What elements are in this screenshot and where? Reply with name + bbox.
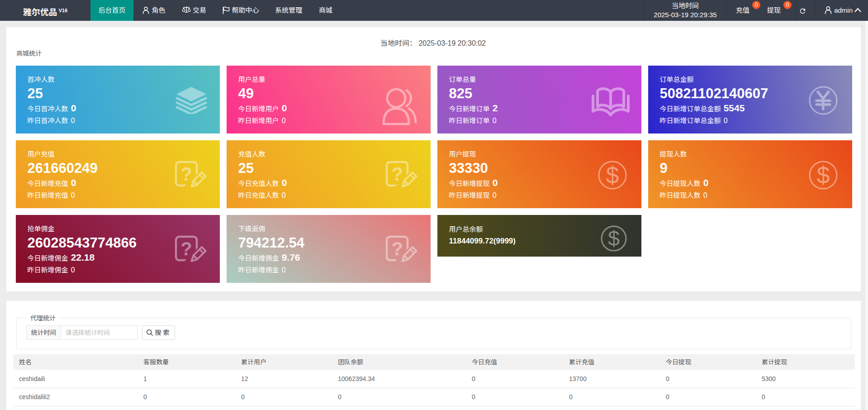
svg-text:?: ?	[180, 163, 192, 185]
svg-text:?: ?	[391, 163, 403, 185]
svg-text:?: ?	[180, 238, 192, 259]
svg-text:$: $	[816, 162, 830, 188]
svg-text:$: $	[607, 226, 619, 250]
svg-text:$: $	[606, 162, 619, 188]
svg-text:?: ?	[391, 238, 403, 259]
